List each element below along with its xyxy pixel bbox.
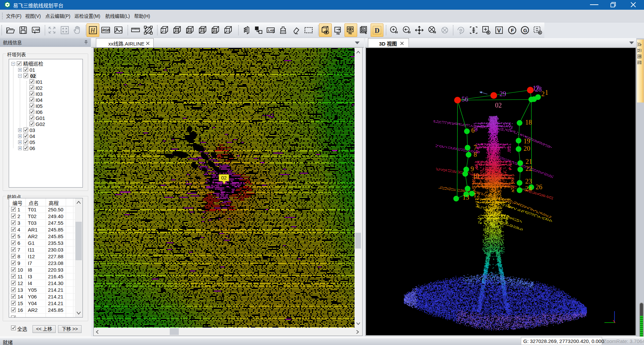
svg-text:RGB: RGB [102, 28, 110, 32]
svg-text:G: G [523, 27, 527, 33]
svg-text:H: H [90, 27, 95, 34]
svg-text:LAB: LAB [33, 28, 40, 31]
svg-text:V: V [497, 27, 501, 34]
svg-text:LAB: LAB [268, 29, 274, 32]
svg-text:D: D [375, 27, 379, 34]
svg-text:F: F [511, 27, 514, 33]
